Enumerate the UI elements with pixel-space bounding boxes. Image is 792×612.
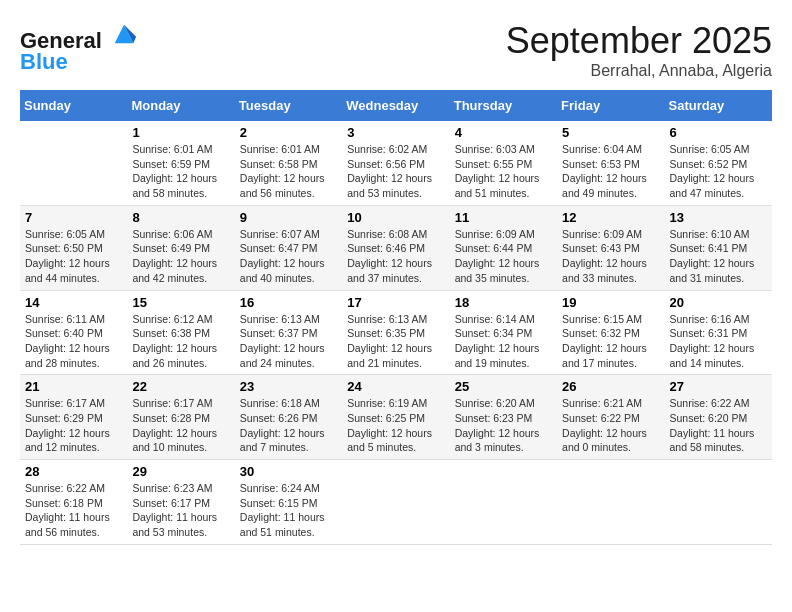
day-number: 8 [132, 210, 229, 225]
calendar-cell: 29Sunrise: 6:23 AM Sunset: 6:17 PM Dayli… [127, 460, 234, 545]
calendar-cell: 19Sunrise: 6:15 AM Sunset: 6:32 PM Dayli… [557, 290, 664, 375]
calendar-cell: 2Sunrise: 6:01 AM Sunset: 6:58 PM Daylig… [235, 121, 342, 205]
calendar-cell: 28Sunrise: 6:22 AM Sunset: 6:18 PM Dayli… [20, 460, 127, 545]
day-info: Sunrise: 6:13 AM Sunset: 6:37 PM Dayligh… [240, 312, 337, 371]
day-number: 5 [562, 125, 659, 140]
day-number: 23 [240, 379, 337, 394]
day-number: 19 [562, 295, 659, 310]
day-info: Sunrise: 6:19 AM Sunset: 6:25 PM Dayligh… [347, 396, 444, 455]
calendar-cell: 17Sunrise: 6:13 AM Sunset: 6:35 PM Dayli… [342, 290, 449, 375]
page-header: General Blue September 2025 Berrahal, An… [20, 20, 772, 80]
day-number: 25 [455, 379, 552, 394]
calendar-cell [342, 460, 449, 545]
day-number: 11 [455, 210, 552, 225]
calendar-cell: 24Sunrise: 6:19 AM Sunset: 6:25 PM Dayli… [342, 375, 449, 460]
calendar-cell: 16Sunrise: 6:13 AM Sunset: 6:37 PM Dayli… [235, 290, 342, 375]
day-number: 20 [670, 295, 767, 310]
calendar-cell: 4Sunrise: 6:03 AM Sunset: 6:55 PM Daylig… [450, 121, 557, 205]
day-info: Sunrise: 6:17 AM Sunset: 6:28 PM Dayligh… [132, 396, 229, 455]
calendar-cell [665, 460, 772, 545]
calendar-week-row: 7Sunrise: 6:05 AM Sunset: 6:50 PM Daylig… [20, 205, 772, 290]
day-info: Sunrise: 6:21 AM Sunset: 6:22 PM Dayligh… [562, 396, 659, 455]
calendar-cell: 26Sunrise: 6:21 AM Sunset: 6:22 PM Dayli… [557, 375, 664, 460]
day-info: Sunrise: 6:10 AM Sunset: 6:41 PM Dayligh… [670, 227, 767, 286]
calendar-cell: 18Sunrise: 6:14 AM Sunset: 6:34 PM Dayli… [450, 290, 557, 375]
day-number: 2 [240, 125, 337, 140]
day-number: 16 [240, 295, 337, 310]
day-number: 22 [132, 379, 229, 394]
day-number: 17 [347, 295, 444, 310]
day-number: 14 [25, 295, 122, 310]
day-info: Sunrise: 6:03 AM Sunset: 6:55 PM Dayligh… [455, 142, 552, 201]
day-number: 7 [25, 210, 122, 225]
day-number: 30 [240, 464, 337, 479]
day-number: 1 [132, 125, 229, 140]
calendar-cell: 11Sunrise: 6:09 AM Sunset: 6:44 PM Dayli… [450, 205, 557, 290]
day-info: Sunrise: 6:05 AM Sunset: 6:50 PM Dayligh… [25, 227, 122, 286]
day-info: Sunrise: 6:24 AM Sunset: 6:15 PM Dayligh… [240, 481, 337, 540]
calendar-cell: 12Sunrise: 6:09 AM Sunset: 6:43 PM Dayli… [557, 205, 664, 290]
calendar-body: 1Sunrise: 6:01 AM Sunset: 6:59 PM Daylig… [20, 121, 772, 544]
logo-icon [110, 20, 138, 48]
calendar-cell [20, 121, 127, 205]
calendar-cell: 10Sunrise: 6:08 AM Sunset: 6:46 PM Dayli… [342, 205, 449, 290]
day-number: 10 [347, 210, 444, 225]
day-number: 15 [132, 295, 229, 310]
weekday-header-sunday: Sunday [20, 90, 127, 121]
calendar-cell: 5Sunrise: 6:04 AM Sunset: 6:53 PM Daylig… [557, 121, 664, 205]
calendar-week-row: 1Sunrise: 6:01 AM Sunset: 6:59 PM Daylig… [20, 121, 772, 205]
day-info: Sunrise: 6:14 AM Sunset: 6:34 PM Dayligh… [455, 312, 552, 371]
day-info: Sunrise: 6:04 AM Sunset: 6:53 PM Dayligh… [562, 142, 659, 201]
day-info: Sunrise: 6:11 AM Sunset: 6:40 PM Dayligh… [25, 312, 122, 371]
day-info: Sunrise: 6:16 AM Sunset: 6:31 PM Dayligh… [670, 312, 767, 371]
day-info: Sunrise: 6:06 AM Sunset: 6:49 PM Dayligh… [132, 227, 229, 286]
weekday-header-wednesday: Wednesday [342, 90, 449, 121]
day-number: 21 [25, 379, 122, 394]
day-info: Sunrise: 6:18 AM Sunset: 6:26 PM Dayligh… [240, 396, 337, 455]
logo: General Blue [20, 20, 138, 75]
day-number: 4 [455, 125, 552, 140]
day-info: Sunrise: 6:07 AM Sunset: 6:47 PM Dayligh… [240, 227, 337, 286]
day-info: Sunrise: 6:02 AM Sunset: 6:56 PM Dayligh… [347, 142, 444, 201]
calendar-header: SundayMondayTuesdayWednesdayThursdayFrid… [20, 90, 772, 121]
day-number: 27 [670, 379, 767, 394]
weekday-header-monday: Monday [127, 90, 234, 121]
calendar-cell: 15Sunrise: 6:12 AM Sunset: 6:38 PM Dayli… [127, 290, 234, 375]
calendar-cell: 7Sunrise: 6:05 AM Sunset: 6:50 PM Daylig… [20, 205, 127, 290]
calendar-cell: 20Sunrise: 6:16 AM Sunset: 6:31 PM Dayli… [665, 290, 772, 375]
weekday-header-row: SundayMondayTuesdayWednesdayThursdayFrid… [20, 90, 772, 121]
month-title: September 2025 [506, 20, 772, 62]
day-number: 29 [132, 464, 229, 479]
day-info: Sunrise: 6:09 AM Sunset: 6:44 PM Dayligh… [455, 227, 552, 286]
calendar-cell [557, 460, 664, 545]
day-info: Sunrise: 6:05 AM Sunset: 6:52 PM Dayligh… [670, 142, 767, 201]
calendar-cell: 3Sunrise: 6:02 AM Sunset: 6:56 PM Daylig… [342, 121, 449, 205]
day-info: Sunrise: 6:15 AM Sunset: 6:32 PM Dayligh… [562, 312, 659, 371]
weekday-header-friday: Friday [557, 90, 664, 121]
calendar-cell: 30Sunrise: 6:24 AM Sunset: 6:15 PM Dayli… [235, 460, 342, 545]
day-number: 3 [347, 125, 444, 140]
day-number: 26 [562, 379, 659, 394]
day-info: Sunrise: 6:23 AM Sunset: 6:17 PM Dayligh… [132, 481, 229, 540]
calendar-week-row: 21Sunrise: 6:17 AM Sunset: 6:29 PM Dayli… [20, 375, 772, 460]
calendar-cell: 21Sunrise: 6:17 AM Sunset: 6:29 PM Dayli… [20, 375, 127, 460]
day-info: Sunrise: 6:12 AM Sunset: 6:38 PM Dayligh… [132, 312, 229, 371]
calendar-cell: 25Sunrise: 6:20 AM Sunset: 6:23 PM Dayli… [450, 375, 557, 460]
day-info: Sunrise: 6:13 AM Sunset: 6:35 PM Dayligh… [347, 312, 444, 371]
weekday-header-thursday: Thursday [450, 90, 557, 121]
day-info: Sunrise: 6:01 AM Sunset: 6:58 PM Dayligh… [240, 142, 337, 201]
location: Berrahal, Annaba, Algeria [506, 62, 772, 80]
day-info: Sunrise: 6:17 AM Sunset: 6:29 PM Dayligh… [25, 396, 122, 455]
calendar-cell: 22Sunrise: 6:17 AM Sunset: 6:28 PM Dayli… [127, 375, 234, 460]
weekday-header-tuesday: Tuesday [235, 90, 342, 121]
day-number: 18 [455, 295, 552, 310]
calendar-cell [450, 460, 557, 545]
title-block: September 2025 Berrahal, Annaba, Algeria [506, 20, 772, 80]
day-info: Sunrise: 6:09 AM Sunset: 6:43 PM Dayligh… [562, 227, 659, 286]
day-info: Sunrise: 6:01 AM Sunset: 6:59 PM Dayligh… [132, 142, 229, 201]
day-number: 9 [240, 210, 337, 225]
day-number: 12 [562, 210, 659, 225]
day-info: Sunrise: 6:22 AM Sunset: 6:20 PM Dayligh… [670, 396, 767, 455]
day-number: 24 [347, 379, 444, 394]
calendar-week-row: 28Sunrise: 6:22 AM Sunset: 6:18 PM Dayli… [20, 460, 772, 545]
